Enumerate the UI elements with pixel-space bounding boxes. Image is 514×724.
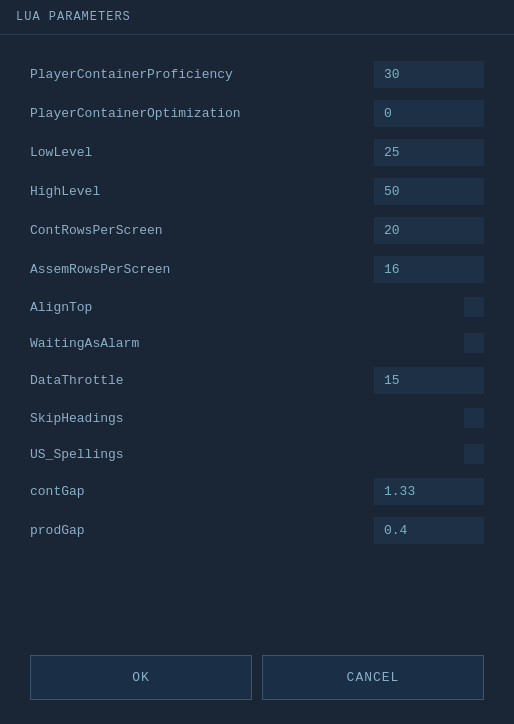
param-label-cont-gap: contGap: [30, 484, 85, 499]
param-input-cont-rows-per-screen[interactable]: [374, 217, 484, 244]
param-checkbox-align-top[interactable]: [464, 297, 484, 317]
lua-parameters-window: LUA PARAMETERS PlayerContainerProficienc…: [0, 0, 514, 724]
param-row-skip-headings: SkipHeadings: [30, 400, 484, 436]
param-row-player-container-proficiency: PlayerContainerProficiency: [30, 55, 484, 94]
param-input-player-container-proficiency[interactable]: [374, 61, 484, 88]
param-input-data-throttle[interactable]: [374, 367, 484, 394]
parameters-content: PlayerContainerProficiencyPlayerContaine…: [0, 35, 514, 639]
param-row-us-spellings: US_Spellings: [30, 436, 484, 472]
param-row-cont-gap: contGap: [30, 472, 484, 511]
param-label-cont-rows-per-screen: ContRowsPerScreen: [30, 223, 163, 238]
param-row-waiting-as-alarm: WaitingAsAlarm: [30, 325, 484, 361]
param-input-assem-rows-per-screen[interactable]: [374, 256, 484, 283]
param-label-prod-gap: prodGap: [30, 523, 85, 538]
param-label-assem-rows-per-screen: AssemRowsPerScreen: [30, 262, 170, 277]
param-label-align-top: AlignTop: [30, 300, 92, 315]
param-input-cont-gap[interactable]: [374, 478, 484, 505]
cancel-button[interactable]: CANCEL: [262, 655, 484, 700]
param-label-skip-headings: SkipHeadings: [30, 411, 124, 426]
param-label-us-spellings: US_Spellings: [30, 447, 124, 462]
param-label-low-level: LowLevel: [30, 145, 92, 160]
param-checkbox-waiting-as-alarm[interactable]: [464, 333, 484, 353]
param-label-waiting-as-alarm: WaitingAsAlarm: [30, 336, 139, 351]
ok-button[interactable]: OK: [30, 655, 252, 700]
param-row-data-throttle: DataThrottle: [30, 361, 484, 400]
title-bar: LUA PARAMETERS: [0, 0, 514, 35]
param-row-assem-rows-per-screen: AssemRowsPerScreen: [30, 250, 484, 289]
param-label-player-container-optimization: PlayerContainerOptimization: [30, 106, 241, 121]
param-input-prod-gap[interactable]: [374, 517, 484, 544]
param-row-cont-rows-per-screen: ContRowsPerScreen: [30, 211, 484, 250]
param-input-low-level[interactable]: [374, 139, 484, 166]
param-row-low-level: LowLevel: [30, 133, 484, 172]
param-row-align-top: AlignTop: [30, 289, 484, 325]
param-row-player-container-optimization: PlayerContainerOptimization: [30, 94, 484, 133]
param-input-player-container-optimization[interactable]: [374, 100, 484, 127]
param-label-high-level: HighLevel: [30, 184, 100, 199]
param-checkbox-skip-headings[interactable]: [464, 408, 484, 428]
window-title: LUA PARAMETERS: [16, 10, 131, 24]
param-checkbox-us-spellings[interactable]: [464, 444, 484, 464]
param-row-high-level: HighLevel: [30, 172, 484, 211]
param-input-high-level[interactable]: [374, 178, 484, 205]
footer: OK CANCEL: [0, 639, 514, 724]
param-label-player-container-proficiency: PlayerContainerProficiency: [30, 67, 233, 82]
param-row-prod-gap: prodGap: [30, 511, 484, 550]
param-label-data-throttle: DataThrottle: [30, 373, 124, 388]
